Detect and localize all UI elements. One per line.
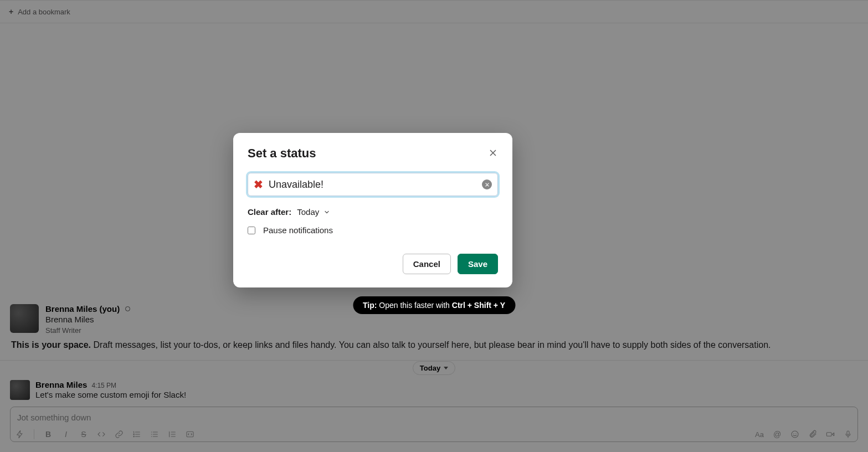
pause-notifications-row[interactable]: Pause notifications: [248, 225, 498, 235]
cancel-button[interactable]: Cancel: [403, 254, 451, 274]
clear-after-value: Today: [297, 207, 319, 217]
tip-tooltip: Tip: Open this faster with Ctrl + Shift …: [353, 296, 515, 314]
clear-status-button[interactable]: [482, 179, 492, 189]
tip-prefix: Tip:: [363, 301, 379, 310]
status-emoji-icon[interactable]: ✖: [254, 178, 263, 191]
tip-shortcut: Ctrl + Shift + Y: [452, 301, 505, 310]
clear-after-dropdown[interactable]: Today: [297, 207, 330, 217]
save-button[interactable]: Save: [458, 254, 498, 274]
modal-title: Set a status: [248, 146, 316, 161]
status-input[interactable]: [269, 179, 482, 191]
pause-notifications-checkbox[interactable]: [248, 227, 255, 234]
chevron-down-icon: [323, 209, 330, 215]
status-field[interactable]: ✖: [248, 173, 498, 196]
set-status-modal: Set a status ✖ Clear after: Today Pause …: [233, 133, 512, 287]
tip-text: Open this faster with: [379, 301, 452, 310]
close-button[interactable]: [488, 148, 498, 160]
pause-notifications-label: Pause notifications: [263, 225, 333, 235]
close-icon: [488, 148, 498, 158]
x-icon: [485, 182, 490, 187]
clear-after-label: Clear after:: [248, 207, 291, 217]
